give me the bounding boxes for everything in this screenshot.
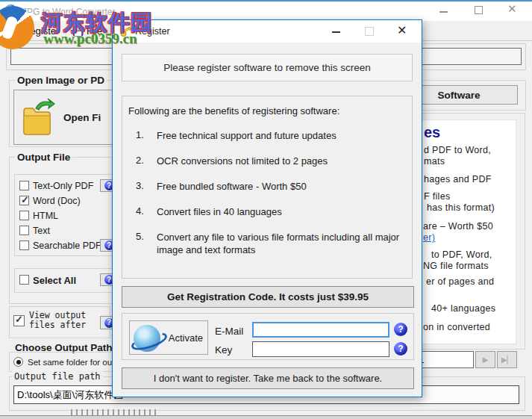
radio-same-folder[interactable]	[13, 357, 23, 367]
globe-icon	[134, 325, 160, 352]
features-line: er of pages and	[426, 276, 494, 287]
label-html: HTML	[33, 211, 58, 221]
main-titlebar: JPG to Word Converter ✕	[0, 1, 532, 21]
get-registration-code-button[interactable]: Get Registration Code. It costs just $39…	[122, 286, 414, 308]
skip-end-icon: ▶▏	[501, 356, 513, 364]
benefits-intro: Following are the benefits of registerin…	[128, 105, 339, 117]
close-icon[interactable]: ✕	[507, 4, 517, 15]
dialog-title: Register	[135, 26, 170, 37]
register-dialog: Register ✕ Please register software to r…	[112, 19, 422, 397]
email-label: E-Mail	[215, 326, 243, 337]
key-icon	[120, 26, 133, 37]
maximize-icon[interactable]	[475, 6, 483, 14]
label-text: Text	[33, 226, 50, 236]
window-bottom-edge	[0, 416, 532, 419]
benefits-box: Following are the benefits of registerin…	[122, 96, 413, 279]
key-icon	[7, 25, 20, 37]
benefit-text: OCR conversions not limited to 2 pages	[157, 155, 403, 167]
checkbox-select-all[interactable]	[19, 275, 29, 285]
features-line: hages and PDF	[424, 174, 492, 184]
benefit-number: 3.	[136, 180, 144, 191]
open-file-button[interactable]: Open Fi	[13, 90, 119, 145]
key-help-icon[interactable]	[394, 342, 407, 356]
open-file-button-label: Open Fi	[63, 112, 101, 123]
checkbox-text-only-pdf[interactable]	[19, 181, 29, 190]
benefit-text: Free technical support and future update…	[157, 129, 403, 142]
checkbox-word-doc[interactable]	[19, 196, 29, 205]
menu-register[interactable]: Register	[23, 25, 59, 37]
features-line: on in converted	[423, 322, 490, 332]
features-line: d PDF to Word,	[424, 145, 491, 155]
checkbox-html[interactable]	[19, 211, 29, 220]
label-same-folder: Set same folder for outp	[28, 358, 119, 367]
app-icon	[4, 4, 17, 17]
email-help-icon[interactable]	[394, 323, 407, 336]
features-line: 40+ languages	[431, 303, 495, 314]
dismiss-registration-button[interactable]: I don't want to register. Take me back t…	[122, 367, 414, 389]
activate-button[interactable]: Activate	[129, 320, 208, 355]
last-page-button[interactable]: ▶▏	[497, 351, 517, 368]
label-view-output: View output files after	[29, 311, 86, 330]
app-screen: JPG to Word Converter ✕ Register File Op…	[0, 0, 532, 419]
checkbox-searchable-pdf[interactable]	[19, 240, 29, 250]
floppy-icon	[72, 25, 84, 37]
benefit-text: Free bundled software - Worth $50	[157, 180, 403, 193]
label-word-doc: Word (Doc)	[33, 196, 81, 206]
features-line: to PDF, Word,	[431, 249, 492, 260]
output-path-label: Output file path	[12, 371, 103, 382]
benefit-number: 5.	[136, 231, 144, 242]
play-icon: ▶	[483, 356, 489, 364]
minimize-icon[interactable]	[439, 11, 448, 13]
key-label: Key	[215, 344, 232, 356]
benefit-number: 2.	[136, 155, 144, 166]
key-input[interactable]	[252, 341, 389, 357]
dialog-titlebar: Register ✕	[113, 20, 422, 43]
checkbox-text[interactable]	[19, 226, 29, 235]
cut-off-text-marks	[71, 409, 159, 415]
next-page-button[interactable]: ▶	[475, 351, 495, 368]
output-file-label: Output File	[15, 152, 72, 163]
benefit-text: Convert files in 40 languages	[157, 205, 403, 218]
menu-file[interactable]: File	[87, 25, 102, 37]
activate-button-label: Activate	[169, 332, 203, 344]
open-folder-icon	[21, 98, 55, 137]
activate-box: Activate E-Mail Key	[122, 313, 414, 360]
label-text-only-pdf: Text-Only PDF	[33, 181, 93, 191]
benefit-text: Convert any file to various file formats…	[157, 231, 403, 256]
features-heading: es	[424, 124, 440, 141]
features-line: are – Worth $50	[423, 221, 493, 232]
label-searchable-pdf: Searchable PDF	[33, 240, 101, 251]
features-link[interactable]: er)	[423, 232, 435, 243]
dialog-maximize-icon	[365, 27, 374, 36]
register-banner: Please register software to remove this …	[122, 54, 413, 81]
benefit-number: 1.	[136, 129, 144, 140]
features-line: mats	[424, 156, 445, 167]
dialog-minimize-icon[interactable]	[332, 31, 340, 33]
dialog-close-icon[interactable]: ✕	[397, 23, 407, 37]
email-input[interactable]	[252, 322, 389, 338]
features-line: NG file formats	[423, 261, 489, 271]
features-line: has this format)	[427, 202, 495, 213]
features-line: F files	[424, 191, 450, 202]
label-select-all: Select All	[33, 275, 76, 286]
open-image-label: Open Image or PD	[15, 75, 107, 86]
window-title: JPG to Word Converter	[22, 7, 116, 17]
benefit-number: 4.	[136, 205, 144, 217]
checkbox-view-output[interactable]	[13, 315, 25, 326]
